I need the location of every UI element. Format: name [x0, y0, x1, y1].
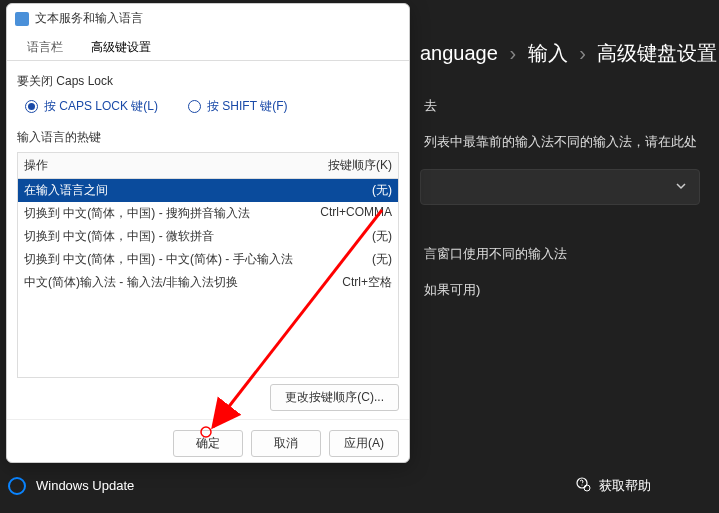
windows-update-link[interactable]: Windows Update [8, 477, 134, 495]
svg-point-2 [584, 485, 590, 491]
hotkey-action: 中文(简体)输入法 - 输入法/非输入法切换 [24, 274, 238, 291]
input-method-dropdown[interactable] [420, 169, 700, 205]
dialog-footer: 确定 取消 应用(A) [7, 419, 409, 467]
hotkey-key: (无) [372, 251, 392, 268]
ok-button[interactable]: 确定 [173, 430, 243, 457]
tab-language-bar[interactable]: 语言栏 [13, 33, 77, 60]
apply-button[interactable]: 应用(A) [329, 430, 399, 457]
windows-update-label: Windows Update [36, 478, 134, 493]
breadcrumb-item-language[interactable]: anguage [420, 42, 498, 64]
dialog-titlebar: 文本服务和输入语言 [7, 4, 409, 33]
breadcrumb-item-advanced-keyboard: 高级键盘设置 [597, 42, 717, 64]
update-icon [8, 477, 26, 495]
radio-icon [25, 100, 38, 113]
hotkey-action: 切换到 中文(简体，中国) - 中文(简体) - 手心输入法 [24, 251, 293, 268]
radio-icon [188, 100, 201, 113]
settings-text-override-default: 列表中最靠前的输入法不同的输入法，请在此处 [420, 133, 719, 151]
breadcrumb-item-input[interactable]: 输入 [528, 42, 568, 64]
breadcrumb-sep-icon: › [579, 42, 586, 64]
list-item[interactable]: 在输入语言之间 (无) [18, 179, 398, 202]
change-key-sequence-row: 更改按键顺序(C)... [17, 384, 399, 411]
cancel-button[interactable]: 取消 [251, 430, 321, 457]
hotkey-list[interactable]: 在输入语言之间 (无) 切换到 中文(简体，中国) - 搜狗拼音输入法 Ctrl… [17, 178, 399, 378]
hotkey-action: 在输入语言之间 [24, 182, 108, 199]
hotkey-key: Ctrl+空格 [342, 274, 392, 291]
hotkey-key: (无) [372, 228, 392, 245]
settings-text-fragment: 去 [420, 97, 719, 115]
column-key-sequence: 按键顺序(K) [328, 157, 392, 174]
list-item[interactable]: 切换到 中文(简体，中国) - 搜狗拼音输入法 Ctrl+COMMA [18, 202, 398, 225]
settings-text-per-window: 言窗口使用不同的输入法 [420, 245, 719, 263]
bottom-bar: Windows Update 获取帮助 [8, 476, 711, 495]
dialog-title: 文本服务和输入语言 [35, 10, 143, 27]
hotkey-list-header: 操作 按键顺序(K) [17, 152, 399, 178]
caps-lock-radio-group: 按 CAPS LOCK 键(L) 按 SHIFT 键(F) [17, 96, 399, 125]
list-item[interactable]: 切换到 中文(简体，中国) - 微软拼音 (无) [18, 225, 398, 248]
dialog-body: 要关闭 Caps Lock 按 CAPS LOCK 键(L) 按 SHIFT 键… [7, 61, 409, 419]
text-services-dialog: 文本服务和输入语言 语言栏 高级键设置 要关闭 Caps Lock 按 CAPS… [6, 3, 410, 463]
change-key-sequence-button[interactable]: 更改按键顺序(C)... [270, 384, 399, 411]
radio-caps-lock-key[interactable]: 按 CAPS LOCK 键(L) [25, 98, 158, 115]
tab-advanced-key-settings[interactable]: 高级键设置 [77, 33, 165, 60]
hotkey-section-label: 输入语言的热键 [17, 129, 399, 146]
app-icon [15, 12, 29, 26]
svg-point-1 [581, 484, 582, 485]
breadcrumb: anguage › 输入 › 高级键盘设置 [420, 40, 719, 67]
list-item[interactable]: 中文(简体)输入法 - 输入法/非输入法切换 Ctrl+空格 [18, 271, 398, 294]
help-icon [575, 476, 591, 495]
dialog-tabs: 语言栏 高级键设置 [7, 33, 409, 61]
hotkey-action: 切换到 中文(简体，中国) - 微软拼音 [24, 228, 214, 245]
breadcrumb-sep-icon: › [509, 42, 516, 64]
column-action: 操作 [24, 157, 48, 174]
radio-label-shift: 按 SHIFT 键(F) [207, 98, 287, 115]
settings-text-if-available: 如果可用) [420, 281, 719, 299]
caps-lock-group-label: 要关闭 Caps Lock [17, 73, 399, 90]
radio-label-caps-lock: 按 CAPS LOCK 键(L) [44, 98, 158, 115]
hotkey-key: (无) [372, 182, 392, 199]
radio-shift-key[interactable]: 按 SHIFT 键(F) [188, 98, 287, 115]
get-help-link[interactable]: 获取帮助 [575, 476, 651, 495]
get-help-label: 获取帮助 [599, 477, 651, 495]
chevron-down-icon [675, 180, 687, 195]
hotkey-key: Ctrl+COMMA [320, 205, 392, 222]
hotkey-action: 切换到 中文(简体，中国) - 搜狗拼音输入法 [24, 205, 250, 222]
list-item[interactable]: 切换到 中文(简体，中国) - 中文(简体) - 手心输入法 (无) [18, 248, 398, 271]
